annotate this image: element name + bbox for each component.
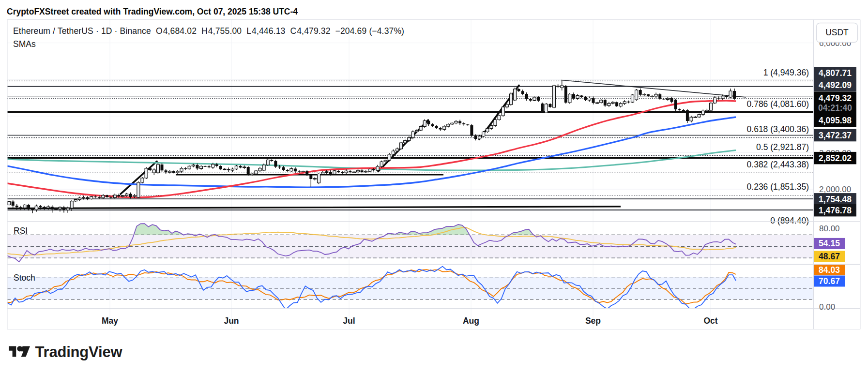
svg-text:1,754.48: 1,754.48 [819, 194, 852, 204]
svg-text:0.236 (1,851.35): 0.236 (1,851.35) [747, 182, 809, 192]
svg-text:TradingView: TradingView [35, 344, 123, 360]
svg-text:Ethereum / TetherUS · 1D · Bin: Ethereum / TetherUS · 1D · Binance O4,68… [13, 26, 404, 36]
svg-text:0.5 (2,921.87): 0.5 (2,921.87) [756, 142, 809, 152]
svg-text:84.03: 84.03 [819, 265, 840, 275]
svg-text:CryptoFXStreet created with Tr: CryptoFXStreet created with TradingView.… [7, 7, 298, 16]
svg-text:4,807.71: 4,807.71 [819, 68, 852, 78]
svg-text:80.00: 80.00 [819, 224, 840, 233]
svg-text:70.67: 70.67 [819, 276, 840, 286]
svg-text:Oct: Oct [703, 316, 717, 326]
svg-text:2,000.00: 2,000.00 [819, 185, 851, 194]
svg-text:0.618 (3,400.36): 0.618 (3,400.36) [747, 124, 809, 134]
svg-text:4,095.98: 4,095.98 [819, 116, 852, 125]
svg-text:RSI: RSI [14, 226, 28, 236]
svg-text:Jul: Jul [343, 316, 355, 326]
svg-text:Jun: Jun [224, 316, 239, 326]
svg-text:2,852.02: 2,852.02 [819, 153, 852, 163]
svg-text:1,476.78: 1,476.78 [819, 206, 852, 215]
svg-text:USDT: USDT [825, 28, 849, 37]
svg-text:4,479.32: 4,479.32 [819, 93, 852, 103]
svg-text:04:21:40: 04:21:40 [818, 103, 852, 113]
svg-text:Sep: Sep [585, 316, 601, 326]
svg-text:Aug: Aug [463, 316, 479, 326]
svg-text:3,472.37: 3,472.37 [819, 131, 852, 140]
svg-text:Stoch: Stoch [14, 273, 35, 283]
svg-text:0 (894.40): 0 (894.40) [770, 216, 809, 225]
svg-text:May: May [102, 316, 118, 326]
svg-text:1 (4,949.36): 1 (4,949.36) [763, 68, 809, 77]
svg-text:54.15: 54.15 [819, 239, 840, 248]
svg-text:0.00: 0.00 [819, 302, 835, 312]
svg-text:SMAs: SMAs [13, 39, 36, 49]
svg-text:48.67: 48.67 [819, 252, 840, 261]
svg-text:0.786 (4,081.60): 0.786 (4,081.60) [747, 99, 809, 109]
svg-text:0.382 (2,443.38): 0.382 (2,443.38) [747, 160, 809, 169]
svg-text:4,492.09: 4,492.09 [819, 80, 852, 90]
